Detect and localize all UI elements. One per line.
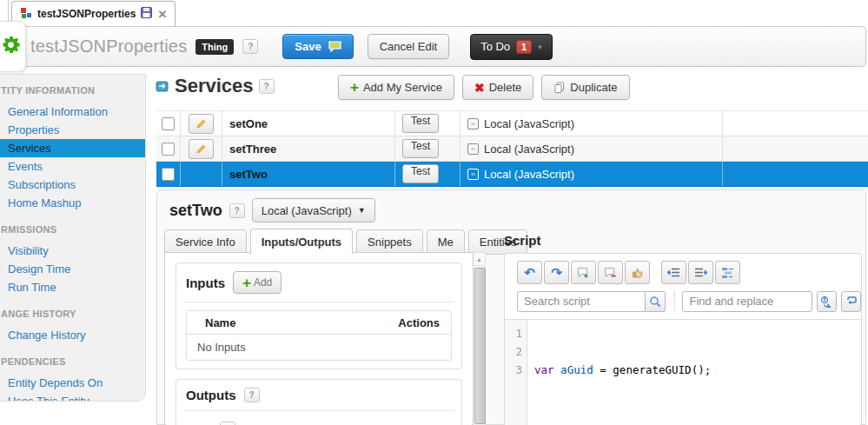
editor-help-icon[interactable]: ? <box>229 203 245 218</box>
tab-inputs-outputs[interactable]: Inputs/Outputs <box>250 229 353 255</box>
entity-cubes-icon <box>20 7 32 22</box>
cancel-edit-button[interactable]: Cancel Edit <box>368 34 449 59</box>
pencil-icon <box>195 143 207 155</box>
undo-icon[interactable]: ↶ <box>517 261 542 284</box>
todo-dropdown-button[interactable]: To Do 1 ▾ <box>470 34 553 60</box>
services-help-icon[interactable]: ? <box>259 79 275 94</box>
service-editor-panel: setTwo ? Local (JavaScript) ▼ Service In… <box>156 189 866 425</box>
entity-type-badge: Thing <box>195 39 234 55</box>
row-checkbox[interactable] <box>162 143 175 156</box>
outputs-name-help-icon[interactable]: ? <box>220 422 235 425</box>
entity-title: testJSONProperties <box>30 37 187 56</box>
sidebar-section-change-history: ANGE HISTORY <box>1 307 145 321</box>
sidebar-item-visibility[interactable]: Visibility <box>0 242 145 260</box>
add-my-service-button[interactable]: + Add My Service <box>338 75 454 100</box>
inputs-empty-row: No Inputs <box>187 335 451 360</box>
line-number: 2 <box>505 342 522 361</box>
svg-text:?: ? <box>823 296 826 302</box>
entity-tab[interactable]: testJSONProperties ✕ <box>11 1 176 26</box>
row-checkbox[interactable] <box>162 168 175 181</box>
chevron-down-icon: ▼ <box>358 206 366 215</box>
inputs-col-actions: Actions <box>398 316 440 329</box>
indent-left-icon[interactable] <box>661 261 686 284</box>
outputs-title: Outputs <box>186 388 236 402</box>
test-service-button[interactable]: Test <box>402 114 439 133</box>
inputs-title: Inputs <box>186 276 225 290</box>
script-section-title: Script <box>504 233 541 248</box>
editor-tabs: Service Info Inputs/Outputs Snippets Me … <box>164 229 527 255</box>
test-service-button[interactable]: Test <box>402 164 439 183</box>
inputs-card: Inputs + Add Name Actions No Inputs <box>176 262 462 369</box>
search-magnifier-icon[interactable] <box>646 291 666 312</box>
inputs-col-name: Name <box>205 316 235 329</box>
code-text[interactable]: var aGuid = generateGUID(); me.JSONTwo =… <box>527 320 737 425</box>
edit-service-button[interactable] <box>189 114 214 134</box>
tab-close-icon[interactable]: ✕ <box>157 9 167 20</box>
find-and-replace-input[interactable] <box>682 291 812 312</box>
replace-all-icon[interactable] <box>841 291 861 312</box>
sidebar-item-run-time[interactable]: Run Time <box>0 278 145 296</box>
outputs-card: Outputs ? Name ? result <box>176 379 462 425</box>
add-comment-icon[interactable] <box>571 261 596 284</box>
plus-icon: + <box>350 80 359 95</box>
code-editor[interactable]: 1 2 3 var aGuid = generateGUID(); me.JSO… <box>505 319 861 425</box>
delete-x-icon: ✖ <box>474 82 485 94</box>
save-button[interactable]: Save <box>282 34 353 59</box>
scroll-up-arrow-icon[interactable]: ▲ <box>474 253 485 266</box>
service-type-dropdown[interactable]: Local (JavaScript) ▼ <box>252 198 375 222</box>
row-checkbox[interactable] <box>162 117 175 130</box>
redo-icon[interactable]: ↷ <box>544 261 569 284</box>
format-code-icon[interactable] <box>715 261 740 284</box>
duplicate-pages-icon <box>553 82 566 94</box>
entity-header: testJSONProperties Thing ? Save Cancel E… <box>0 26 866 67</box>
editor-service-name: setTwo <box>169 202 222 220</box>
service-row-setthree[interactable]: setThree Test ‹›Local (JavaScript) <box>156 136 868 162</box>
sidebar-item-design-time[interactable]: Design Time <box>0 260 145 278</box>
service-row-setone[interactable]: setOne Test ‹›Local (JavaScript) <box>156 111 868 136</box>
service-row-settwo-selected[interactable]: setTwo Test ‹›Local (JavaScript) <box>156 162 868 187</box>
sidebar-item-change-history[interactable]: Change History <box>0 326 145 344</box>
sidebar-item-events[interactable]: Events <box>0 157 145 176</box>
search-script-input[interactable] <box>517 291 646 312</box>
tab-snippets[interactable]: Snippets <box>356 229 423 255</box>
sidebar-item-home-mashup[interactable]: Home Mashup <box>0 194 145 212</box>
service-name: setTwo <box>222 162 395 186</box>
sidebar-section-dependencies: PENDENCIES <box>1 355 145 369</box>
pencil-icon <box>195 118 207 129</box>
code-line-1: var aGuid = generateGUID(); <box>534 361 737 379</box>
services-table: setOne Test ‹›Local (JavaScript) setThre… <box>156 110 868 187</box>
script-editor: ↶ ↷ <box>504 253 862 425</box>
delete-service-button[interactable]: ✖ Delete <box>462 75 533 100</box>
indent-right-icon[interactable] <box>688 261 713 284</box>
tab-service-info[interactable]: Service Info <box>164 229 247 255</box>
line-number: 1 <box>505 324 522 342</box>
service-type-label: Local (JavaScript) <box>484 117 574 130</box>
sidebar-item-uses-this-entity[interactable]: Uses This Entity <box>0 392 145 402</box>
edit-service-button[interactable] <box>189 139 214 159</box>
add-input-button[interactable]: + Add <box>233 271 282 294</box>
plus-icon: + <box>242 276 251 290</box>
service-type-label: Local (JavaScript) <box>484 168 574 181</box>
remove-comment-icon[interactable] <box>598 261 623 284</box>
sidebar-item-properties[interactable]: Properties <box>0 121 145 139</box>
sidebar-item-general-information[interactable]: General Information <box>0 103 145 121</box>
lint-thumbs-up-icon[interactable] <box>625 261 650 284</box>
tab-title: testJSONProperties <box>37 8 136 20</box>
test-service-button[interactable]: Test <box>402 139 439 158</box>
comment-bubble-icon <box>328 41 341 52</box>
gear-icon <box>0 33 23 56</box>
replace-confirm-icon[interactable]: ? <box>817 291 837 312</box>
todo-count-badge: 1 <box>516 40 532 54</box>
sidebar-item-subscriptions[interactable]: Subscriptions <box>0 176 145 194</box>
tab-me[interactable]: Me <box>427 229 465 255</box>
service-type-label: Local (JavaScript) <box>484 143 574 156</box>
sidebar-item-services[interactable]: Services <box>0 139 145 157</box>
entity-help-icon[interactable]: ? <box>242 39 258 54</box>
duplicate-service-button[interactable]: Duplicate <box>541 75 629 100</box>
io-scrollbar[interactable]: ▲ <box>473 252 486 425</box>
outputs-help-icon[interactable]: ? <box>244 388 260 402</box>
tab-bar: testJSONProperties ✕ <box>0 0 868 26</box>
inputs-table: Name Actions No Inputs <box>186 310 452 361</box>
scrollbar-thumb[interactable] <box>474 268 486 424</box>
sidebar-item-entity-depends-on[interactable]: Entity Depends On <box>0 374 145 392</box>
